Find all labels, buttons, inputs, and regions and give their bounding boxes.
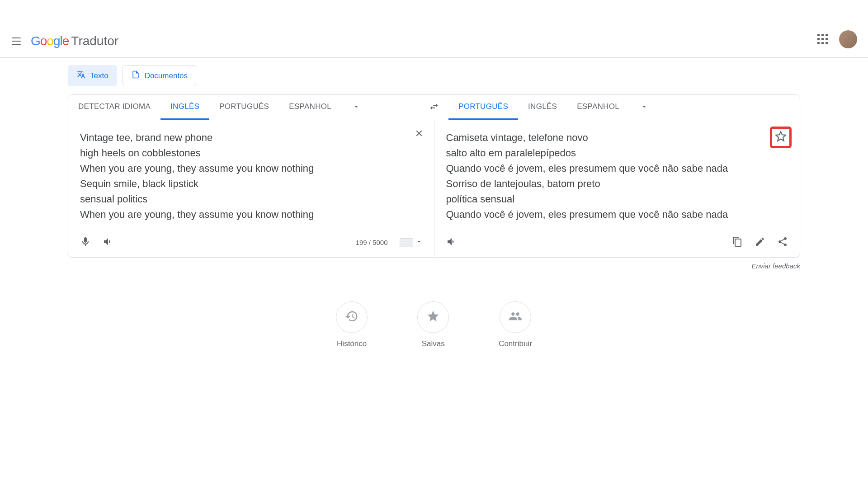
mode-text-button[interactable]: Texto bbox=[68, 65, 117, 86]
product-name: Tradutor bbox=[71, 34, 118, 48]
target-pane: Camiseta vintage, telefone novo salto al… bbox=[434, 120, 800, 257]
target-text: Camiseta vintage, telefone novo salto al… bbox=[446, 130, 788, 223]
share-icon bbox=[777, 236, 788, 249]
translate-icon bbox=[76, 70, 85, 81]
send-feedback-link[interactable]: Enviar feedback bbox=[68, 262, 800, 270]
mode-text-label: Texto bbox=[90, 71, 108, 80]
speaker-icon bbox=[446, 236, 457, 249]
avatar[interactable] bbox=[839, 30, 857, 48]
save-translation-button[interactable] bbox=[770, 127, 792, 148]
history-icon bbox=[345, 310, 359, 325]
target-lang-group: PORTUGUÊS INGLÊS ESPANHOL bbox=[448, 95, 800, 120]
suggest-edit-button[interactable] bbox=[755, 236, 765, 249]
language-bar: DETECTAR IDIOMA INGLÊS PORTUGUÊS ESPANHO… bbox=[68, 95, 800, 120]
source-lang-more-button[interactable] bbox=[341, 103, 371, 113]
listen-source-button[interactable] bbox=[103, 236, 113, 249]
detect-language-tab[interactable]: DETECTAR IDIOMA bbox=[68, 95, 160, 120]
history-button[interactable]: Histórico bbox=[336, 301, 368, 348]
swap-icon bbox=[429, 102, 439, 113]
quick-links: Histórico Salvas Contribuir bbox=[68, 301, 800, 348]
swap-languages-button[interactable] bbox=[420, 95, 448, 120]
mic-icon bbox=[80, 236, 91, 249]
main-menu-button[interactable] bbox=[11, 36, 22, 47]
copy-button[interactable] bbox=[732, 236, 743, 249]
target-lang-tab-0[interactable]: PORTUGUÊS bbox=[448, 95, 518, 120]
keyboard-icon bbox=[400, 238, 413, 247]
mode-switch: Texto Documentos bbox=[68, 65, 800, 86]
source-lang-tab-1[interactable]: PORTUGUÊS bbox=[209, 95, 279, 120]
saved-label: Salvas bbox=[422, 339, 445, 348]
target-lang-tab-2[interactable]: ESPANHOL bbox=[567, 95, 629, 120]
people-icon bbox=[509, 310, 522, 325]
mic-button[interactable] bbox=[80, 236, 91, 249]
source-text[interactable]: Vintage tee, brand new phone high heels … bbox=[80, 130, 422, 223]
char-count: 199 / 5000 bbox=[356, 239, 388, 246]
contribute-button[interactable]: Contribuir bbox=[499, 301, 532, 348]
source-lang-tab-0[interactable]: INGLÊS bbox=[160, 95, 209, 120]
target-lang-more-button[interactable] bbox=[629, 103, 659, 113]
document-icon bbox=[131, 70, 140, 81]
chevron-down-icon bbox=[416, 239, 422, 247]
chevron-down-icon bbox=[352, 103, 360, 113]
share-button[interactable] bbox=[777, 236, 788, 249]
logo[interactable]: Google Tradutor bbox=[31, 34, 118, 48]
star-filled-icon bbox=[426, 310, 440, 325]
pencil-icon bbox=[755, 236, 765, 249]
chevron-down-icon bbox=[640, 103, 648, 113]
keyboard-button[interactable] bbox=[400, 238, 422, 247]
app-header: Google Tradutor bbox=[0, 0, 868, 58]
history-label: Histórico bbox=[337, 339, 367, 348]
apps-icon[interactable] bbox=[817, 34, 828, 45]
source-lang-group: DETECTAR IDIOMA INGLÊS PORTUGUÊS ESPANHO… bbox=[68, 95, 420, 120]
clear-source-button[interactable] bbox=[414, 128, 424, 140]
translate-card: DETECTAR IDIOMA INGLÊS PORTUGUÊS ESPANHO… bbox=[68, 94, 800, 258]
copy-icon bbox=[732, 236, 743, 249]
mode-documents-label: Documentos bbox=[145, 71, 188, 80]
close-icon bbox=[414, 132, 424, 140]
target-lang-tab-1[interactable]: INGLÊS bbox=[518, 95, 567, 120]
source-lang-tab-2[interactable]: ESPANHOL bbox=[279, 95, 341, 120]
speaker-icon bbox=[103, 236, 113, 249]
listen-target-button[interactable] bbox=[446, 236, 457, 249]
saved-button[interactable]: Salvas bbox=[417, 301, 449, 348]
source-pane: Vintage tee, brand new phone high heels … bbox=[68, 120, 434, 257]
contribute-label: Contribuir bbox=[499, 339, 532, 348]
star-icon bbox=[775, 131, 787, 144]
mode-documents-button[interactable]: Documentos bbox=[123, 65, 196, 86]
